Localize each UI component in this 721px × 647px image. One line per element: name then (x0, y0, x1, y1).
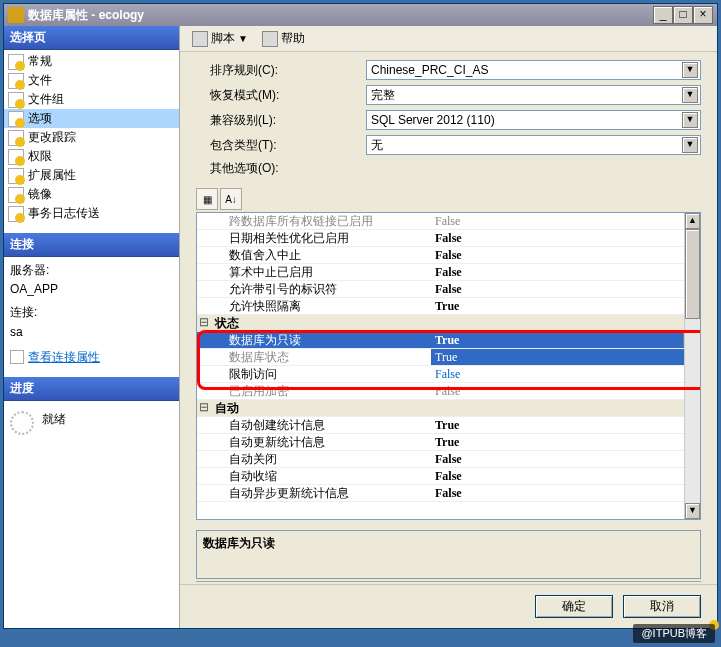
grid-name: 数值舍入中止 (211, 247, 431, 263)
grid-value[interactable]: False (431, 468, 700, 484)
grid-value[interactable]: False (431, 281, 700, 297)
grid-group[interactable]: ⊟自动 (197, 400, 700, 417)
grid-row[interactable]: 已启用加密False (197, 383, 700, 400)
grid-row[interactable]: 数值舍入中止False (197, 247, 700, 264)
grid-name: 自动关闭 (211, 451, 431, 467)
grid-row[interactable]: 跨数据库所有权链接已启用False (197, 213, 700, 230)
db-properties-window: 数据库属性 - ecology _ □ × 选择页 常规文件文件组选项更改跟踪权… (3, 3, 718, 629)
progress-header: 进度 (4, 377, 179, 401)
chevron-down-icon[interactable]: ▼ (682, 62, 698, 78)
recovery-combo[interactable]: 完整 ▼ (366, 85, 701, 105)
script-button[interactable]: 脚本 ▼ (188, 28, 252, 49)
page-icon (8, 168, 24, 184)
maximize-button[interactable]: □ (673, 6, 693, 24)
scroll-up-button[interactable]: ▲ (685, 213, 700, 229)
script-icon (192, 31, 208, 47)
compat-label: 兼容级别(L): (210, 112, 366, 129)
expand-toggle[interactable]: ⊟ (197, 400, 211, 416)
grid-name: 跨数据库所有权链接已启用 (211, 213, 431, 229)
grid-row[interactable]: 允许快照隔离True (197, 298, 700, 315)
grid-row[interactable]: 数据库为只读True▼ (197, 332, 700, 349)
chevron-down-icon[interactable]: ▼ (682, 137, 698, 153)
grid-name: 自动 (211, 400, 431, 416)
grid-value[interactable]: False (431, 366, 700, 382)
progress-section: 就绪 (4, 401, 179, 628)
grid-value[interactable]: False (431, 485, 700, 501)
collation-combo[interactable]: Chinese_PRC_CI_AS ▼ (366, 60, 701, 80)
tree-item[interactable]: 权限 (4, 147, 179, 166)
progress-status: 就绪 (42, 411, 66, 428)
grid-row[interactable]: 算术中止已启用False (197, 264, 700, 281)
grid-name: 允许快照隔离 (211, 298, 431, 314)
grid-value[interactable]: False (431, 264, 700, 280)
minimize-button[interactable]: _ (653, 6, 673, 24)
grid-name: 日期相关性优化已启用 (211, 230, 431, 246)
grid-value[interactable]: False (431, 451, 700, 467)
chevron-down-icon[interactable]: ▼ (682, 87, 698, 103)
grid-row[interactable]: 日期相关性优化已启用False (197, 230, 700, 247)
tree-item[interactable]: 镜像 (4, 185, 179, 204)
expand-toggle (197, 332, 211, 348)
server-label: 服务器: (10, 261, 173, 280)
tree-item[interactable]: 扩展属性 (4, 166, 179, 185)
page-icon (8, 187, 24, 203)
grid-sort-button[interactable]: A↓ (220, 188, 242, 210)
grid-value[interactable]: False (431, 383, 700, 399)
containment-combo[interactable]: 无 ▼ (366, 135, 701, 155)
compat-combo[interactable]: SQL Server 2012 (110) ▼ (366, 110, 701, 130)
expand-toggle[interactable]: ⊟ (197, 315, 211, 331)
tree-item[interactable]: 常规 (4, 52, 179, 71)
grid-row[interactable]: 自动更新统计信息True (197, 434, 700, 451)
conn-value: sa (10, 323, 173, 342)
tree-item-label: 文件组 (28, 91, 64, 108)
grid-group[interactable]: ⊟状态 (197, 315, 700, 332)
grid-row[interactable]: 允许带引号的标识符False (197, 281, 700, 298)
scroll-thumb[interactable] (685, 229, 700, 319)
help-button[interactable]: 帮助 (258, 28, 309, 49)
grid-row[interactable]: 自动创建统计信息True (197, 417, 700, 434)
grid-value[interactable]: True (431, 349, 700, 365)
ok-button[interactable]: 确定 (535, 595, 613, 618)
grid-value[interactable]: False (431, 230, 700, 246)
grid-value[interactable]: False (431, 247, 700, 263)
expand-toggle (197, 468, 211, 484)
progress-spinner-icon (10, 411, 34, 435)
page-icon (8, 92, 24, 108)
grid-value[interactable]: True (431, 298, 700, 314)
close-button[interactable]: × (693, 6, 713, 24)
expand-toggle (197, 349, 211, 365)
tree-item[interactable]: 选项 (4, 109, 179, 128)
chevron-down-icon[interactable]: ▼ (682, 112, 698, 128)
property-grid[interactable]: 跨数据库所有权链接已启用False日期相关性优化已启用False数值舍入中止Fa… (196, 212, 701, 520)
grid-value[interactable]: True▼ (431, 332, 700, 348)
cancel-button[interactable]: 取消 (623, 595, 701, 618)
scroll-down-button[interactable]: ▼ (685, 503, 700, 519)
grid-value[interactable]: True (431, 417, 700, 433)
expand-toggle (197, 383, 211, 399)
left-panel: 选择页 常规文件文件组选项更改跟踪权限扩展属性镜像事务日志传送 连接 服务器: … (4, 26, 180, 628)
expand-toggle (197, 230, 211, 246)
toolbar: 脚本 ▼ 帮助 (180, 26, 717, 52)
tree-item[interactable]: 事务日志传送 (4, 204, 179, 223)
grid-row[interactable]: 自动关闭False (197, 451, 700, 468)
expand-toggle (197, 485, 211, 501)
grid-value[interactable]: False (431, 213, 700, 229)
window-title: 数据库属性 - ecology (28, 7, 653, 24)
grid-categorize-button[interactable]: ▦ (196, 188, 218, 210)
grid-name: 自动收缩 (211, 468, 431, 484)
grid-row[interactable]: 数据库状态True (197, 349, 700, 366)
view-connection-link[interactable]: 查看连接属性 (28, 348, 100, 367)
tree-item[interactable]: 文件 (4, 71, 179, 90)
grid-row[interactable]: 限制访问False (197, 366, 700, 383)
grid-scrollbar[interactable]: ▲ ▼ (684, 213, 700, 519)
grid-name: 自动创建统计信息 (211, 417, 431, 433)
grid-row[interactable]: 自动收缩False (197, 468, 700, 485)
grid-row[interactable]: 自动异步更新统计信息False (197, 485, 700, 502)
tree-item[interactable]: 文件组 (4, 90, 179, 109)
collation-label: 排序规则(C): (210, 62, 366, 79)
tree-item[interactable]: 更改跟踪 (4, 128, 179, 147)
connection-header: 连接 (4, 233, 179, 257)
page-tree: 常规文件文件组选项更改跟踪权限扩展属性镜像事务日志传送 (4, 50, 179, 233)
titlebar[interactable]: 数据库属性 - ecology _ □ × (4, 4, 717, 26)
grid-value[interactable]: True (431, 434, 700, 450)
